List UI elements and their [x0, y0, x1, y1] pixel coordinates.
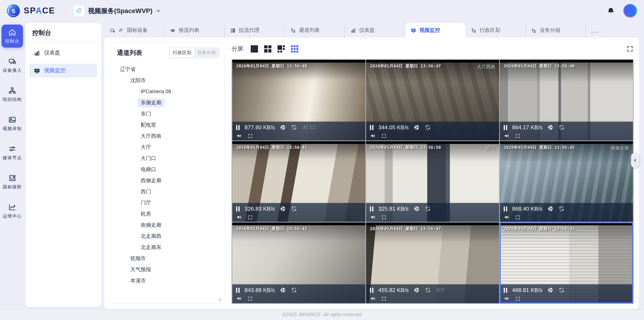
tree-node[interactable]: 南侧走廊 [114, 219, 223, 231]
tree-node[interactable]: 东侧走廊 [114, 97, 223, 108]
tree-node[interactable]: 本溪市 [114, 275, 223, 286]
tree-node[interactable]: 沈阳市 [114, 75, 223, 86]
audio-icon[interactable] [370, 295, 376, 301]
pause-icon[interactable] [370, 125, 373, 130]
tree-node[interactable]: 辽宁省 [114, 64, 223, 75]
app-title[interactable]: 视频服务(SpaceWVP) [88, 6, 152, 15]
tab-channel-list[interactable]: 通道列表 [285, 23, 345, 38]
snapshot-icon[interactable] [548, 287, 554, 293]
expand-icon[interactable] [515, 133, 520, 139]
tree-node[interactable]: 门厅 [114, 197, 223, 208]
chevron-down-icon[interactable] [156, 8, 161, 14]
split-4-icon[interactable] [264, 45, 272, 52]
audio-icon[interactable] [236, 214, 242, 220]
snapshot-icon[interactable] [414, 206, 420, 212]
pause-icon[interactable] [236, 206, 240, 211]
snapshot-icon[interactable] [414, 287, 420, 293]
expand-icon[interactable] [381, 133, 387, 139]
tree-node[interactable]: 大厅西南 [114, 130, 223, 142]
refresh-icon[interactable] [558, 124, 565, 130]
collapse-panel-button[interactable] [631, 153, 640, 168]
resize-handle[interactable] [218, 297, 222, 301]
tree-node[interactable]: 大门口 [114, 153, 223, 164]
tree-node[interactable]: 天气预报 [114, 264, 223, 275]
video-cell[interactable]: 2026年01月04日 星期日 13:56:42 326.83 KB/s [232, 141, 365, 222]
split-9-icon[interactable] [291, 45, 298, 52]
tree-node[interactable]: 北走廊西 [114, 231, 223, 242]
snapshot-icon[interactable] [548, 124, 554, 130]
audio-icon[interactable] [370, 214, 376, 220]
video-cell[interactable]: 2026年01月04日 星期日 13:56:42 843.88 KB/s [232, 222, 365, 303]
tree-node[interactable]: 机房 [114, 208, 223, 219]
video-cell[interactable]: 2026年01月04日 星期日 13:56:42 南侧走廊 868.40 KB/… [500, 141, 633, 222]
tree-node[interactable]: 抚顺市 [114, 253, 223, 264]
sidebar-item-device-access[interactable]: 设备接入 [2, 54, 23, 77]
pause-icon[interactable] [504, 287, 507, 292]
refresh-icon[interactable] [291, 124, 297, 130]
sidebar-item-media-node[interactable]: 媒体节点 [2, 141, 23, 164]
refresh-icon[interactable] [425, 206, 431, 212]
tree-node[interactable]: 电梯口 [114, 164, 223, 175]
video-cell[interactable]: 2026年01月04日 星期日 13:56:48 877.60 KB/s [232, 60, 365, 140]
audio-icon[interactable] [370, 133, 376, 139]
expand-icon[interactable] [247, 133, 253, 139]
audio-icon[interactable] [504, 133, 510, 139]
refresh-icon[interactable] [291, 287, 297, 293]
pause-icon[interactable] [236, 287, 240, 292]
sidebar-item-video-record[interactable]: 视频录制 [2, 112, 23, 135]
pause-icon[interactable] [370, 287, 373, 292]
submenu-item-dashboard[interactable]: 仪表盘 [29, 46, 97, 60]
tab-video-monitor[interactable]: 视频监控 [405, 23, 465, 38]
expand-icon[interactable] [515, 214, 520, 220]
user-avatar[interactable] [623, 4, 637, 18]
refresh-icon[interactable] [425, 124, 431, 130]
toggle-admin-regions[interactable]: 行政区划 [170, 48, 194, 58]
audio-icon[interactable] [236, 133, 242, 139]
split-6-icon[interactable] [278, 45, 285, 52]
snapshot-icon[interactable] [280, 206, 286, 212]
expand-icon[interactable] [247, 214, 253, 220]
snapshot-icon[interactable] [280, 124, 286, 130]
video-cell[interactable]: 2026年01月04日 星期日 13:56:47 大厅西南 344.05 KB/… [366, 60, 499, 140]
tab-dashboard[interactable]: 仪表盘 [345, 23, 405, 38]
snapshot-icon[interactable] [414, 124, 420, 130]
audio-icon[interactable] [504, 295, 510, 301]
audio-icon[interactable] [504, 214, 510, 220]
tab-push-streams[interactable]: 推流列表 [164, 23, 225, 38]
tab-pull-proxy[interactable]: 拉流代理 [225, 23, 285, 38]
refresh-icon[interactable] [558, 287, 565, 293]
video-cell[interactable]: 2026年01月04日 星期日 13:56:40 864.17 KB/s [500, 60, 633, 140]
tree-node[interactable]: 西侧走廊 [114, 175, 223, 186]
tree-node[interactable]: IPCamera 08 [114, 86, 223, 97]
tree-node[interactable]: 北走廊东 [114, 242, 223, 253]
tab-gb-devices[interactable]: 国标设备 [104, 23, 164, 38]
expand-icon[interactable] [381, 214, 387, 220]
fullscreen-icon[interactable] [626, 45, 634, 52]
tree-node[interactable]: 大厅 [114, 142, 223, 153]
tree-node[interactable]: 配电室 [114, 119, 223, 130]
pause-icon[interactable] [504, 125, 507, 130]
expand-icon[interactable] [247, 296, 253, 301]
snapshot-icon[interactable] [548, 206, 554, 212]
pause-icon[interactable] [236, 125, 240, 130]
submenu-item-video-monitor[interactable]: 视频监控 [29, 64, 97, 78]
refresh-icon[interactable] [291, 206, 297, 212]
audio-icon[interactable] [236, 295, 242, 301]
snapshot-icon[interactable] [280, 287, 286, 293]
toggle-business-groups[interactable]: 业务分组 [194, 48, 219, 58]
sidebar-item-ops-center[interactable]: 运维中心 [2, 199, 23, 222]
pause-icon[interactable] [370, 206, 373, 211]
tree-node[interactable]: 西门 [114, 186, 223, 197]
expand-icon[interactable] [515, 296, 520, 301]
tree-node[interactable]: 东门 [114, 108, 223, 119]
refresh-icon[interactable] [558, 206, 565, 212]
tabs-more-button[interactable]: ... [591, 26, 599, 34]
video-cell[interactable]: 2026年01月04日 星期日 13:56:47 455.82 KB/s [366, 222, 499, 303]
refresh-icon[interactable] [425, 287, 431, 293]
sidebar-item-console[interactable]: 控制台 [2, 25, 23, 48]
notification-bell-icon[interactable] [607, 7, 615, 15]
sidebar-item-gb-cascade[interactable]: 国标级联 [2, 170, 23, 193]
sidebar-item-org-structure[interactable]: 组织结构 [2, 83, 23, 106]
tab-business-groups[interactable]: 业务分组 [526, 23, 586, 38]
expand-icon[interactable] [381, 296, 387, 301]
